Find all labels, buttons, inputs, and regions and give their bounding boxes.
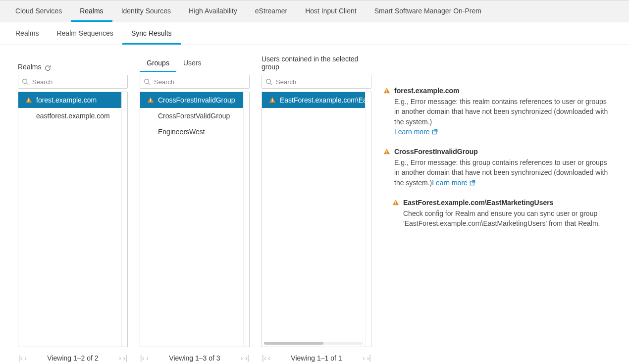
top-tab-cloud-services[interactable]: Cloud Services xyxy=(6,1,71,22)
warning-icon xyxy=(383,148,390,155)
realms-header: Realms xyxy=(18,59,128,72)
main-content: Realms forest.example.comeastforest.exam… xyxy=(0,45,629,364)
groups-search-input[interactable] xyxy=(140,75,250,89)
users-search-wrap xyxy=(262,75,371,89)
scrollbar[interactable] xyxy=(243,92,249,347)
users-header-label: Users contained in the selected group xyxy=(262,55,371,72)
detail-message: Check config for Realm and ensure you ca… xyxy=(403,208,613,229)
list-item-label: eastforest.example.com xyxy=(36,112,110,120)
warning-icon xyxy=(269,97,276,104)
pager-next-last[interactable]: ››| xyxy=(240,354,250,362)
pager-next-last[interactable]: ››| xyxy=(118,354,128,362)
sub-tab-sync-results[interactable]: Sync Results xyxy=(122,22,181,45)
detail-block: forest.example.comE.g., Error message: t… xyxy=(383,87,613,137)
realms-pager: |‹‹ Viewing 1–2 of 2 ››| xyxy=(18,347,128,364)
warning-icon xyxy=(392,199,399,206)
list-item[interactable]: eastforest.example.com xyxy=(18,108,121,124)
groups-pager-status: Viewing 1–3 of 3 xyxy=(169,354,220,362)
detail-message: E.g., Error message: this group contains… xyxy=(394,157,613,188)
users-pager-status: Viewing 1–1 of 1 xyxy=(291,354,342,362)
detail-title: forest.example.com xyxy=(383,87,613,95)
detail-title: CrossForestInvalidGroup xyxy=(383,148,613,156)
sub-tab-realm-sequences[interactable]: Realm Sequences xyxy=(48,22,122,45)
search-icon xyxy=(265,78,272,85)
details-panel: forest.example.comE.g., Error message: t… xyxy=(383,59,617,240)
users-column: Users contained in the selected group Ea… xyxy=(262,59,371,364)
realms-column: Realms forest.example.comeastforest.exam… xyxy=(18,59,128,364)
detail-message: E.g., Error message: this realm contains… xyxy=(394,97,613,137)
realms-search-wrap xyxy=(18,75,128,89)
groups-list: CrossForestInvalidGroupCrossForestValidG… xyxy=(140,92,250,347)
realms-list: forest.example.comeastforest.example.com xyxy=(18,92,128,347)
list-item[interactable]: CrossForestInvalidGroup xyxy=(140,92,243,108)
detail-block: EastForest.example.com\EastMarketingUser… xyxy=(392,199,613,229)
detail-block: CrossForestInvalidGroupE.g., Error messa… xyxy=(383,148,613,188)
scrollbar[interactable] xyxy=(121,92,127,347)
list-item-label: CrossForestValidGroup xyxy=(158,112,230,120)
learn-more-link[interactable]: Learn more xyxy=(432,178,475,188)
list-item[interactable]: CrossForestValidGroup xyxy=(140,108,243,124)
search-icon xyxy=(22,78,29,85)
top-tab-identity-sources[interactable]: Identity Sources xyxy=(112,1,180,22)
top-tab-high-availability[interactable]: High Availability xyxy=(180,1,246,22)
detail-title-text: EastForest.example.com\EastMarketingUser… xyxy=(403,199,553,207)
list-item-label: EastForest.example.com\EastMarketingUser… xyxy=(280,96,365,104)
users-list: EastForest.example.com\EastMarketingUser… xyxy=(262,92,371,347)
external-link-icon xyxy=(470,180,475,186)
realms-search-input[interactable] xyxy=(18,75,128,89)
users-pager: |‹‹ Viewing 1–1 of 1 ››| xyxy=(262,347,371,364)
list-item[interactable]: EastForest.example.com\EastMarketingUser… xyxy=(262,92,365,108)
primary-tabs: Cloud ServicesRealmsIdentity SourcesHigh… xyxy=(0,0,629,22)
list-item[interactable]: EngineersWest xyxy=(140,124,243,140)
users-header: Users contained in the selected group xyxy=(262,59,371,72)
groups-search-wrap xyxy=(140,75,250,89)
list-item[interactable]: forest.example.com xyxy=(18,92,121,108)
learn-more-link[interactable]: Learn more xyxy=(394,127,438,137)
pager-first-prev[interactable]: |‹‹ xyxy=(140,354,149,362)
top-tab-smart-software-manager-on-prem[interactable]: Smart Software Manager On-Prem xyxy=(366,1,490,22)
users-search-input[interactable] xyxy=(262,75,371,89)
groups-inner-tabs: GroupsUsers xyxy=(140,59,250,72)
pager-first-prev[interactable]: |‹‹ xyxy=(18,354,27,362)
secondary-tabs: RealmsRealm SequencesSync Results xyxy=(0,22,629,45)
pager-next-last[interactable]: ››| xyxy=(362,354,371,362)
list-item-label: CrossForestInvalidGroup xyxy=(158,96,235,104)
warning-icon xyxy=(147,97,154,104)
list-item-label: forest.example.com xyxy=(36,96,97,104)
top-tab-estreamer[interactable]: eStreamer xyxy=(246,1,296,22)
warning-icon xyxy=(25,97,32,104)
list-item-label: EngineersWest xyxy=(158,128,205,136)
top-tab-host-input-client[interactable]: Host Input Client xyxy=(296,1,366,22)
detail-title-text: CrossForestInvalidGroup xyxy=(394,148,478,156)
external-link-icon xyxy=(432,129,438,135)
top-tab-realms[interactable]: Realms xyxy=(71,1,112,22)
inner-tab-users[interactable]: Users xyxy=(176,59,209,72)
realms-header-label: Realms xyxy=(18,63,41,72)
detail-title-text: forest.example.com xyxy=(394,87,460,95)
search-icon xyxy=(144,78,151,85)
sub-tab-realms[interactable]: Realms xyxy=(6,22,48,45)
horizontal-scrollbar[interactable] xyxy=(264,342,363,345)
groups-pager: |‹‹ Viewing 1–3 of 3 ››| xyxy=(140,347,250,364)
warning-icon xyxy=(383,87,390,94)
realms-pager-status: Viewing 1–2 of 2 xyxy=(47,354,98,362)
pager-first-prev[interactable]: |‹‹ xyxy=(262,354,271,362)
refresh-icon[interactable] xyxy=(44,63,52,72)
groups-column: GroupsUsers CrossForestInvalidGroupCross… xyxy=(140,59,250,364)
detail-title: EastForest.example.com\EastMarketingUser… xyxy=(392,199,613,207)
inner-tab-groups[interactable]: Groups xyxy=(140,59,176,72)
scrollbar[interactable] xyxy=(365,92,371,347)
